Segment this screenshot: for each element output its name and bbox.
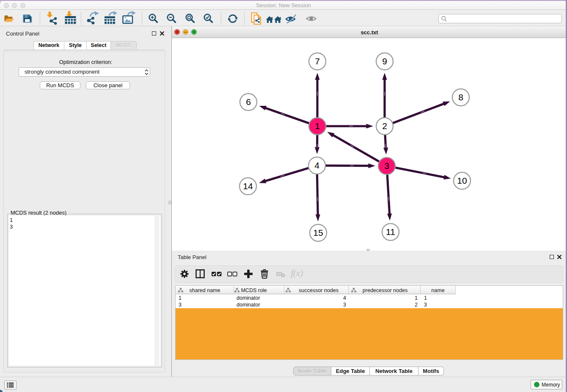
svg-text:7: 7 bbox=[315, 56, 320, 66]
svg-text:6: 6 bbox=[246, 97, 251, 107]
svg-text:15: 15 bbox=[313, 228, 323, 237]
svg-text:9: 9 bbox=[382, 56, 387, 66]
svg-text:8: 8 bbox=[458, 92, 463, 102]
svg-text:4: 4 bbox=[314, 160, 319, 170]
svg-text:14: 14 bbox=[243, 181, 253, 191]
svg-text:2: 2 bbox=[382, 121, 387, 131]
svg-text:1: 1 bbox=[315, 121, 320, 131]
svg-text:3: 3 bbox=[384, 161, 389, 171]
svg-text:11: 11 bbox=[386, 227, 395, 237]
svg-text:10: 10 bbox=[457, 176, 467, 185]
